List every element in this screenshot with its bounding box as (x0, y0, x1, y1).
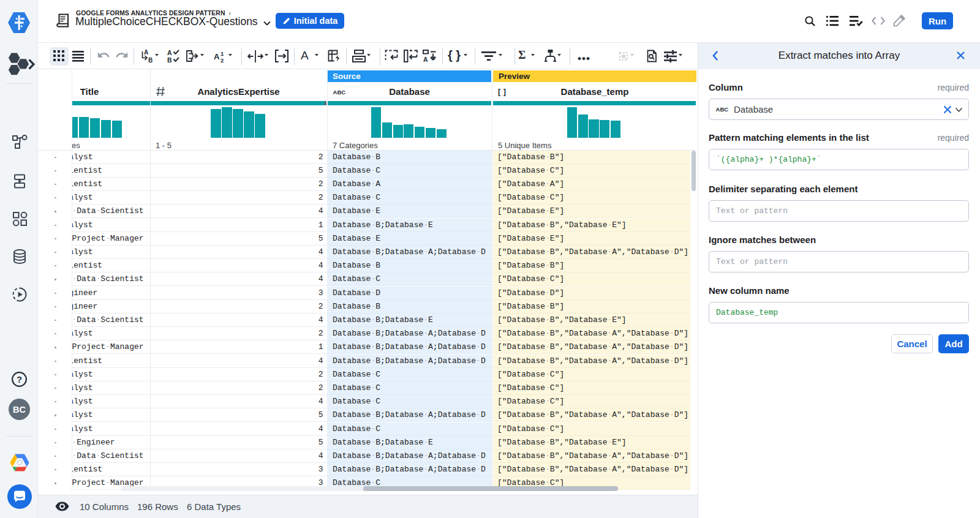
svg-text:A: A (423, 56, 428, 62)
svg-text:?: ? (17, 374, 22, 385)
svg-text:B: B (167, 56, 172, 63)
svg-text:1: 1 (221, 50, 224, 57)
svg-text:A: A (214, 52, 220, 61)
svg-text:2: 2 (221, 57, 224, 63)
svg-text:A: A (144, 49, 148, 56)
svg-text:A: A (167, 49, 172, 56)
svg-text:B: B (148, 57, 153, 63)
